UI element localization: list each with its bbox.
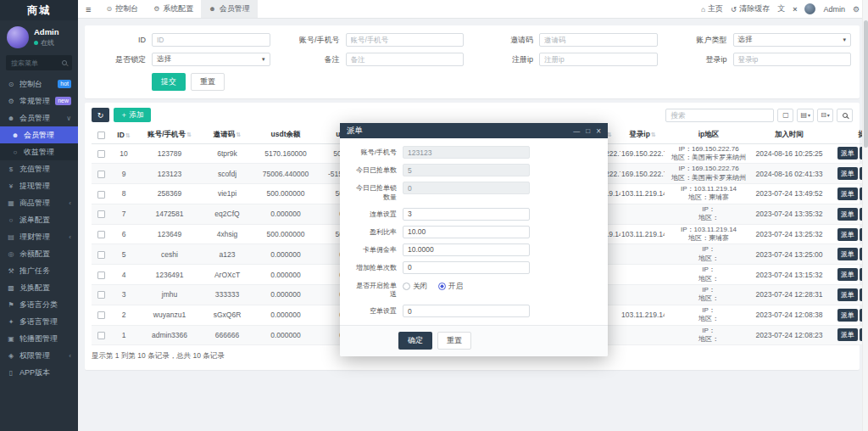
sidebar-item-权限管理[interactable]: ◈权限管理‹ — [0, 347, 78, 364]
dispatch-button[interactable]: 派单 — [837, 228, 858, 241]
sidebar-item-会员管理[interactable]: ☻会员管理 — [0, 126, 78, 143]
account-input[interactable] — [346, 33, 465, 47]
row-checkbox[interactable] — [97, 291, 105, 299]
row-checkbox[interactable] — [97, 210, 105, 218]
ip-line: IP：103.11.219.14 — [665, 185, 752, 193]
sidebar-item-提现管理[interactable]: ¥提现管理 — [0, 177, 78, 194]
fullscreen-icon[interactable]: × — [793, 5, 797, 14]
add-button[interactable]: ＋ 添加 — [114, 108, 151, 122]
close-icon[interactable]: × — [596, 126, 601, 136]
row-checkbox[interactable] — [97, 311, 105, 319]
sidebar-search-input[interactable]: 搜索菜单 — [6, 55, 72, 70]
sidebar-item-理财管理[interactable]: ▤理财管理‹ — [0, 228, 78, 245]
dispatch-button[interactable]: 派单 — [837, 309, 858, 322]
select-all-checkbox[interactable] — [97, 132, 105, 139]
sort-icon[interactable]: ⇅ — [651, 132, 656, 137]
row-checkbox[interactable] — [97, 251, 105, 259]
column-header-ID[interactable]: ID⇅ — [110, 126, 137, 143]
reg-ip-input[interactable] — [539, 53, 658, 66]
dispatch-button[interactable]: 派单 — [837, 288, 858, 301]
clear-cache-link[interactable]: ↺ 清除缓存 — [731, 3, 770, 14]
grab-switch-radio-开启[interactable]: 开启 — [438, 282, 463, 292]
radio-label: 关闭 — [413, 282, 427, 292]
dispatch-button[interactable]: 派单 — [837, 208, 858, 221]
extra-grab-times-input[interactable] — [403, 261, 530, 274]
columns-button[interactable]: ▤▾ — [797, 109, 814, 122]
row-checkbox[interactable] — [97, 271, 105, 279]
sidebar-item-商品管理[interactable]: ▦商品管理‹ — [0, 194, 78, 211]
row-checkbox[interactable] — [97, 171, 105, 178]
minimize-icon[interactable]: — — [573, 127, 580, 135]
remark-input[interactable] — [346, 53, 465, 66]
sidebar-item-label: 会员管理 — [24, 130, 54, 141]
sort-icon[interactable]: ⇅ — [125, 132, 131, 138]
column-header-登录ip[interactable]: 登录ip⇅ — [620, 126, 665, 143]
sidebar-item-轮播图管理[interactable]: ▣轮播图管理 — [0, 330, 78, 347]
login-ip-input[interactable] — [733, 53, 852, 66]
confirm-button[interactable]: 确定 — [398, 332, 432, 350]
sidebar-item-多语言管理[interactable]: ✦多语言管理 — [0, 313, 78, 330]
home-link[interactable]: ⌂ 主页 — [701, 3, 723, 14]
sidebar-item-APP版本[interactable]: ▯APP版本 — [0, 364, 78, 381]
sidebar-item-控制台[interactable]: ⊙控制台hot — [0, 76, 78, 92]
id-input[interactable] — [152, 33, 270, 47]
modal-body: 账号/手机号今日已抢单数今日已抢单锁数量连单设置盈利比率卡单佣金率增加抢单次数是… — [340, 138, 608, 325]
consecutive-orders-input[interactable] — [403, 208, 530, 221]
dispatch-button[interactable]: 派单 — [837, 248, 858, 260]
sidebar-item-常规管理[interactable]: ⚙常规管理new — [0, 92, 78, 109]
account-type-select[interactable]: 选择▾ — [733, 33, 852, 47]
fullscreen-toggle-button[interactable]: ▢ — [777, 109, 793, 122]
navbar-avatar[interactable] — [804, 3, 815, 14]
avatar[interactable] — [7, 26, 29, 48]
grab-switch-radio-关闭[interactable]: 关闭 — [403, 282, 427, 292]
area-line: 地区： — [665, 335, 752, 344]
row-checkbox[interactable] — [97, 231, 105, 238]
sidebar-item-派单配置[interactable]: ○派单配置 — [0, 211, 78, 228]
sidebar-item-充值管理[interactable]: $充值管理 — [0, 160, 78, 177]
sort-icon[interactable]: ⇅ — [186, 132, 192, 137]
search-toggle-button[interactable] — [837, 109, 853, 122]
sidebar-item-余额配置[interactable]: ◎余额配置 — [0, 245, 78, 262]
export-button[interactable]: ⊟▾ — [817, 109, 833, 122]
tab-会员管理[interactable]: ☻会员管理 — [201, 0, 257, 18]
settings-gear-icon[interactable]: ⚙ — [853, 5, 860, 14]
empty-order-input[interactable] — [403, 305, 530, 317]
row-checkbox[interactable] — [97, 332, 105, 339]
sort-icon[interactable]: ⇅ — [236, 132, 241, 137]
profit-rate-input[interactable] — [403, 226, 530, 238]
reset-button[interactable]: 重置 — [191, 73, 225, 91]
maximize-icon[interactable]: □ — [586, 127, 590, 135]
column-header-账号/手机号[interactable]: 账号/手机号⇅ — [137, 126, 202, 143]
sidebar-item-label: 派单配置 — [19, 215, 50, 226]
column-header-邀请码[interactable]: 邀请码⇅ — [202, 126, 253, 143]
submit-button[interactable]: 提交 — [152, 73, 186, 91]
tab-系统配置[interactable]: ⚙系统配置 — [146, 0, 201, 18]
row-checkbox[interactable] — [97, 191, 105, 199]
sidebar-item-会员管理[interactable]: ☻会员管理∨ — [0, 109, 78, 126]
sidebar-item-推广任务[interactable]: ⚒推广任务 — [0, 262, 78, 279]
modal-field-today-grab-locked: 今日已抢单锁数量 — [350, 182, 598, 203]
table-search-input[interactable] — [665, 109, 774, 122]
dispatch-button[interactable]: 派单 — [837, 188, 858, 200]
dispatch-button[interactable]: 派单 — [837, 167, 858, 180]
lock-status-select[interactable]: 选择▾ — [152, 53, 270, 66]
navbar-username[interactable]: Admin — [823, 5, 845, 14]
modal-reset-button[interactable]: 重置 — [437, 332, 471, 350]
cell-balance: 0.000000 — [253, 325, 319, 345]
scrollbar-thumb[interactable] — [864, 20, 868, 148]
sidebar-item-兑换配置[interactable]: ▩兑换配置 — [0, 279, 78, 296]
language-icon[interactable]: 文 — [777, 3, 785, 14]
dispatch-button[interactable]: 派单 — [837, 328, 858, 341]
row-checkbox[interactable] — [97, 150, 105, 158]
card-commission-rate-input[interactable] — [403, 243, 530, 256]
invite-code-input[interactable] — [539, 33, 658, 47]
sidebar-item-收益管理[interactable]: ○收益管理 — [0, 143, 78, 160]
sidebar-item-多语言分类[interactable]: ⚑多语言分类 — [0, 296, 78, 313]
refresh-button[interactable]: ↻ — [92, 108, 109, 122]
sidebar-menu: ⊙控制台hot⚙常规管理new☻会员管理∨☻会员管理○收益管理$充值管理¥提现管… — [0, 76, 78, 381]
modal-field-label: 卡单佣金率 — [350, 243, 403, 255]
dispatch-button[interactable]: 派单 — [837, 268, 858, 281]
hamburger-icon[interactable]: ≡ — [78, 4, 98, 14]
dispatch-button[interactable]: 派单 — [837, 147, 858, 160]
tab-控制台[interactable]: ⊙控制台 — [98, 0, 146, 18]
